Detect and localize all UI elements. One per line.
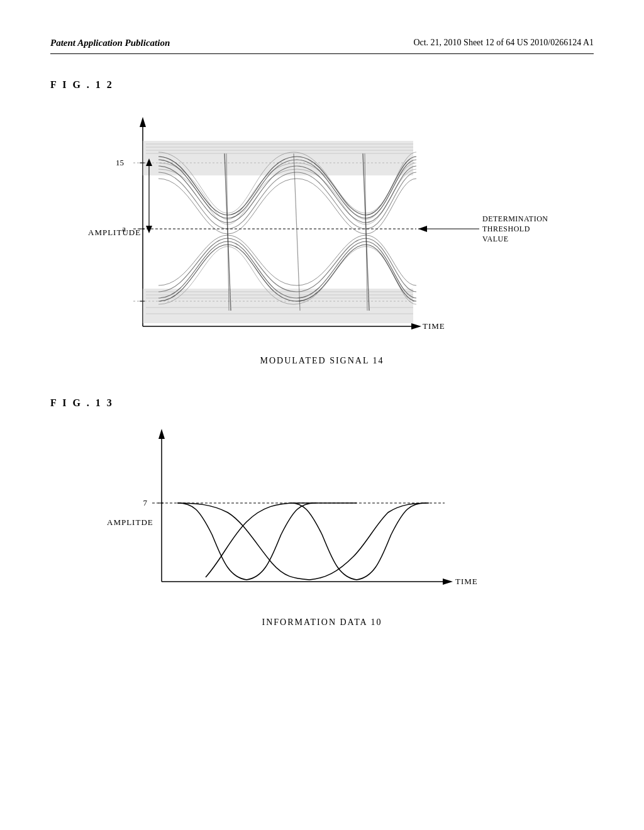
fig13-section: F I G . 1 3 AMPLITDE TIME 7: [50, 397, 594, 628]
fig13-diagram-container: AMPLITDE TIME 7: [50, 421, 594, 610]
fig12-label: F I G . 1 2: [50, 79, 594, 91]
header-info: Oct. 21, 2010 Sheet 12 of 64 US 2010/026…: [413, 38, 594, 48]
fig12-section: F I G . 1 2 AMPLITUDE TIME: [50, 79, 594, 366]
fig13-label: F I G . 1 3: [50, 397, 594, 409]
svg-text:VALUE: VALUE: [482, 235, 509, 243]
page: Patent Application Publication Oct. 21, …: [0, 0, 644, 830]
fig12-svg: AMPLITUDE TIME 15: [77, 103, 567, 348]
determination-label: DETERMINATION: [482, 214, 548, 223]
publication-label: Patent Application Publication: [50, 38, 170, 48]
svg-line-15: [365, 153, 367, 311]
fig12-ya: a: [122, 224, 126, 233]
svg-rect-7: [143, 289, 413, 323]
svg-marker-3: [411, 323, 421, 329]
page-header: Patent Application Publication Oct. 21, …: [50, 38, 594, 54]
fig13-y7: 7: [143, 498, 148, 507]
svg-line-13: [226, 153, 229, 311]
svg-line-16: [294, 153, 300, 311]
fig13-amplitude-label: AMPLITDE: [107, 517, 153, 527]
svg-marker-34: [158, 429, 165, 439]
fig12-time-label: TIME: [423, 321, 445, 331]
fig13-time-label: TIME: [455, 577, 478, 586]
fig12-caption: MODULATED SIGNAL 14: [50, 356, 594, 366]
fig13-caption: INFORMATION DATA 10: [50, 617, 594, 628]
fig12-amplitude-label: AMPLITUDE: [88, 228, 141, 237]
svg-marker-1: [140, 117, 146, 127]
svg-text:THRESHOLD: THRESHOLD: [482, 224, 530, 233]
svg-marker-11: [146, 226, 152, 233]
svg-marker-27: [418, 226, 427, 232]
fig12-y15: 15: [116, 158, 124, 167]
fig13-svg: AMPLITDE TIME 7: [96, 421, 548, 610]
svg-marker-36: [443, 578, 453, 585]
fig12-diagram-container: AMPLITUDE TIME 15: [50, 103, 594, 348]
